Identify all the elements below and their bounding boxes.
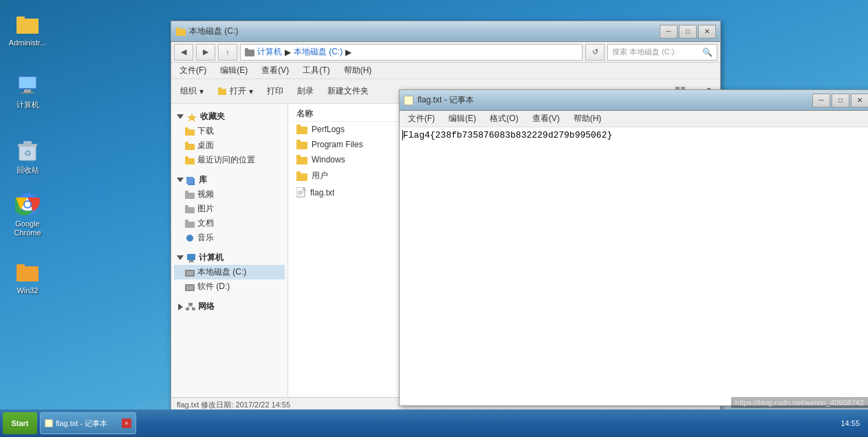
svg-rect-36 [185,191,188,193]
toolbar-print[interactable]: 打印 [261,82,290,101]
svg-rect-19 [245,48,248,50]
svg-line-52 [188,306,191,308]
svg-rect-49 [188,303,193,306]
forward-button[interactable]: ▶ [196,44,215,61]
path-folder-icon [245,48,254,56]
toolbar-new-folder[interactable]: 新建文件夹 [321,82,375,101]
notepad-close-button[interactable]: ✕ [851,94,868,107]
toolbar-burn[interactable]: 刻录 [291,82,320,101]
sidebar-item-music[interactable]: 音乐 [174,231,285,245]
search-box[interactable]: 搜索 本地磁盘 (C:) 🔍 [607,44,717,61]
notepad-menu-view[interactable]: 查看(V) [527,111,565,126]
notepad-menu-file[interactable]: 文件(F) [402,111,440,126]
menu-file[interactable]: 文件(F) [174,63,212,78]
explorer-maximize-button[interactable]: □ [679,25,697,39]
notepad-content-area[interactable]: Flag4{238fb735876083b832229d279b995062} [400,127,868,405]
name-column-header: 名称 [296,108,313,120]
desktop-icon-administrator[interactable]: Administr... [3,7,52,50]
downloads-icon [185,127,195,136]
svg-rect-28 [185,127,188,130]
sidebar-item-c-drive[interactable]: 本地磁盘 (C:) [174,265,285,279]
menu-tools[interactable]: 工具(T) [297,63,335,78]
back-button[interactable]: ◀ [174,44,193,61]
windows-label: Windows [312,155,345,164]
svg-rect-30 [185,142,188,145]
desktop-icon-chrome[interactable]: Google Chrome [3,188,52,240]
svg-rect-56 [296,142,307,149]
sidebar-item-recent[interactable]: 最近访问的位置 [174,153,285,167]
up-button[interactable]: ↑ [218,44,237,61]
desktop-icon-computer[interactable]: 计算机 [3,69,52,112]
start-button[interactable]: Start [3,412,37,434]
windows-folder-icon [296,155,307,164]
svg-rect-1 [17,17,25,20]
notepad-minimize-button[interactable]: ─ [812,94,830,107]
computer-header[interactable]: 计算机 [174,251,285,265]
svg-rect-51 [192,308,195,310]
desktop-icon-win32[interactable]: Win32 [3,255,52,298]
svg-rect-3 [19,77,36,88]
library-section: 库 视频 图片 文档 音乐 [174,173,285,245]
explorer-window-controls: ─ □ ✕ [660,25,716,39]
menu-view[interactable]: 查看(V) [256,63,294,78]
recent-label: 最近访问的位置 [197,154,255,166]
svg-rect-44 [188,262,194,262]
library-header[interactable]: 库 [174,173,285,187]
taskbar-close-button[interactable]: × [122,418,131,428]
sidebar-item-documents[interactable]: 文档 [174,216,285,231]
notepad-menu-help[interactable]: 帮助(H) [568,111,607,126]
menu-edit[interactable]: 编辑(E) [215,63,253,78]
desktop-icon-recycle[interactable]: ♻ 回收站 [3,134,52,178]
explorer-address-bar: ◀ ▶ ↑ 计算机 ▶ 本地磁盘 (C:) ▶ ↺ 搜索 本地磁盘 (C:) 🔍 [171,42,720,63]
administrator-icon [14,10,41,37]
address-path[interactable]: 计算机 ▶ 本地磁盘 (C:) ▶ [240,44,583,61]
toolbar-open[interactable]: 打开 ▾ [211,82,259,101]
programfiles-icon [296,140,307,149]
taskbar-notepad-item[interactable]: flag.txt - 记事本 × [40,412,136,434]
perflogs-icon [296,125,307,134]
refresh-button[interactable]: ↺ [585,44,605,61]
notepad-window: flag.txt - 记事本 ─ □ ✕ 文件(F) 编辑(E) 格式(O) 查… [399,89,868,406]
sidebar-item-downloads[interactable]: 下载 [174,124,285,138]
menu-help[interactable]: 帮助(H) [338,63,378,78]
svg-rect-14 [17,266,39,281]
svg-rect-57 [296,140,301,142]
explorer-menu-bar: 文件(F) 编辑(E) 查看(V) 工具(T) 帮助(H) [171,63,720,79]
explorer-close-button[interactable]: ✕ [698,25,716,39]
downloads-label: 下载 [197,125,214,137]
favorites-header[interactable]: 收藏夹 [174,109,285,124]
taskbar-clock: 14:55 [835,419,865,427]
sidebar-item-desktop[interactable]: 桌面 [174,138,285,153]
programfiles-label: Program Files [312,140,363,149]
desktop-folder-label: 桌面 [197,140,214,151]
svg-rect-37 [185,207,195,213]
svg-rect-21 [218,87,221,89]
explorer-minimize-button[interactable]: ─ [660,25,677,39]
notepad-menu-edit[interactable]: 编辑(E) [443,111,481,126]
network-section: 网络 [174,299,285,314]
svg-rect-31 [185,158,195,164]
svg-rect-50 [186,308,189,310]
svg-rect-5 [21,92,34,94]
notepad-title-icon [404,96,413,105]
music-icon [185,234,195,242]
documents-icon [185,220,195,228]
notepad-menu-format[interactable]: 格式(O) [484,111,523,126]
sidebar-item-d-drive[interactable]: 软件 (D:) [174,279,285,294]
toolbar-organize[interactable]: 组织 ▾ [174,82,210,101]
svg-rect-18 [245,50,254,56]
svg-rect-8 [23,141,32,144]
notepad-maximize-button[interactable]: □ [832,94,849,107]
computer-label: 计算机 [17,100,39,109]
sidebar-item-pictures[interactable]: 图片 [174,202,285,216]
win32-label: Win32 [17,286,38,295]
sidebar-item-video[interactable]: 视频 [174,187,285,202]
d-drive-icon [185,283,195,291]
computer-sidebar-icon [186,253,196,263]
explorer-title-icon [175,26,186,37]
svg-marker-26 [187,113,197,122]
svg-rect-42 [187,254,195,260]
recent-icon [185,156,195,164]
network-header[interactable]: 网络 [174,299,285,314]
search-placeholder: 搜索 本地磁盘 (C:) [612,47,674,57]
